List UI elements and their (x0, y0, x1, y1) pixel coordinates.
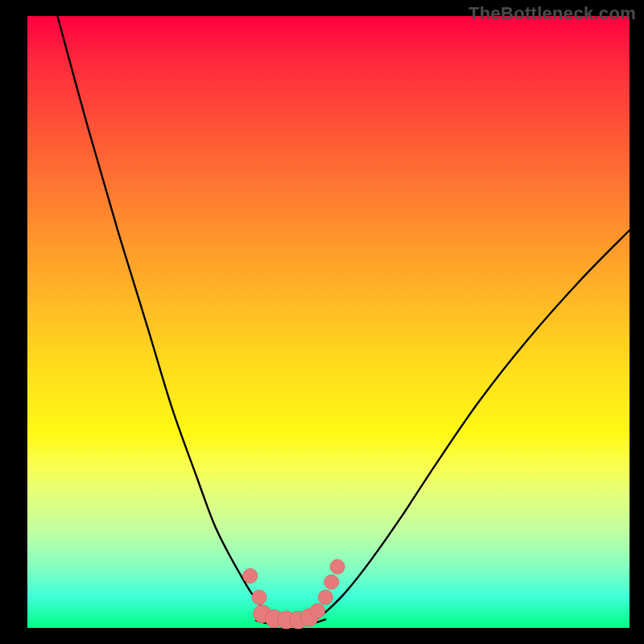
curve-left-branch (57, 16, 286, 621)
chart-frame: TheBottleneck.com (0, 0, 644, 644)
curve-markers (243, 559, 345, 629)
watermark-text: TheBottleneck.com (469, 3, 636, 24)
curve-marker (243, 568, 258, 583)
curve-marker (311, 604, 325, 618)
curve-layer (27, 16, 630, 628)
curve-marker (330, 559, 345, 574)
curve-marker (252, 590, 266, 605)
curve-marker (324, 575, 339, 589)
curve-right-branch (316, 230, 630, 619)
curve-marker (318, 590, 332, 605)
